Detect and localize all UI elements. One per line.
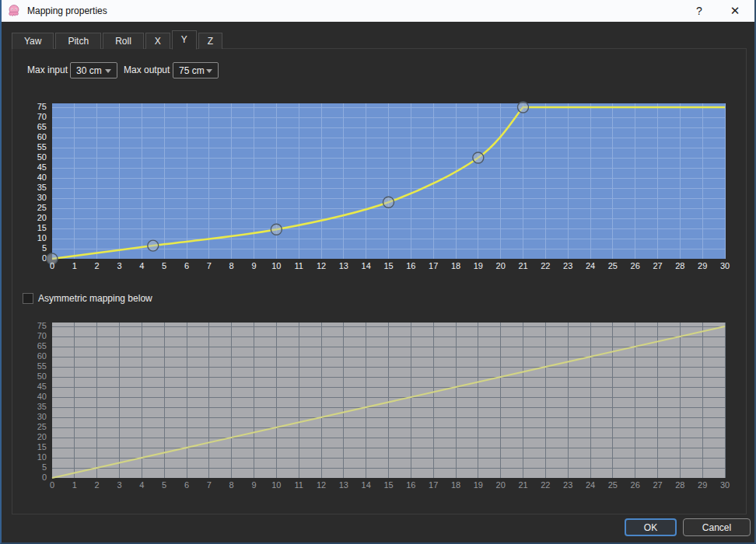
opentrack-octopus-icon bbox=[7, 4, 21, 18]
x-tick-label: 25 bbox=[602, 480, 624, 490]
mapping-plot[interactable] bbox=[52, 103, 725, 259]
x-tick-label: 25 bbox=[602, 261, 624, 271]
y-tick-label: 70 bbox=[37, 112, 47, 122]
x-tick-label: 11 bbox=[288, 261, 310, 271]
x-tick-label: 29 bbox=[691, 480, 713, 490]
y-tick-label: 60 bbox=[37, 132, 47, 142]
close-icon[interactable]: ✕ bbox=[722, 0, 748, 22]
chart-bottom-y-axis: 051015202530354045505560657075 bbox=[23, 323, 50, 483]
ok-button[interactable]: OK bbox=[625, 518, 677, 536]
x-tick-label: 15 bbox=[378, 480, 400, 490]
x-tick-label: 1 bbox=[64, 480, 86, 490]
control-point[interactable] bbox=[473, 152, 484, 163]
x-tick-label: 7 bbox=[198, 261, 220, 271]
x-tick-label: 19 bbox=[467, 261, 489, 271]
y-tick-label: 50 bbox=[37, 152, 47, 162]
y-tick-label: 65 bbox=[37, 122, 47, 132]
x-tick-label: 10 bbox=[265, 261, 287, 271]
y-tick-label: 75 bbox=[37, 321, 47, 331]
x-tick-label: 21 bbox=[513, 261, 534, 271]
asymmetric-mapping-label: Asymmetric mapping below bbox=[38, 293, 152, 304]
chevron-down-icon bbox=[206, 69, 212, 73]
tab-x[interactable]: X bbox=[145, 33, 170, 49]
mapping-chart-top[interactable] bbox=[52, 103, 725, 259]
control-point[interactable] bbox=[148, 240, 159, 251]
x-tick-label: 14 bbox=[355, 261, 377, 271]
x-tick-label: 4 bbox=[131, 480, 152, 490]
cancel-button[interactable]: Cancel bbox=[683, 518, 751, 536]
titlebar: Mapping properties ? ✕ bbox=[2, 0, 754, 22]
asymmetric-mapping-checkbox[interactable] bbox=[23, 293, 33, 304]
x-tick-label: 20 bbox=[490, 480, 512, 490]
x-tick-label: 29 bbox=[691, 261, 713, 271]
x-tick-label: 22 bbox=[534, 261, 556, 271]
control-point[interactable] bbox=[383, 197, 394, 207]
x-tick-label: 9 bbox=[243, 261, 265, 271]
tab-yaw[interactable]: Yaw bbox=[12, 33, 54, 49]
x-tick-label: 2 bbox=[86, 480, 108, 490]
y-tick-label: 25 bbox=[37, 203, 47, 213]
tab-pitch[interactable]: Pitch bbox=[55, 33, 101, 49]
max-output-label: Max output bbox=[124, 62, 170, 78]
control-point[interactable] bbox=[271, 224, 282, 235]
x-tick-label: 17 bbox=[422, 480, 444, 490]
x-tick-label: 9 bbox=[243, 480, 265, 490]
y-tick-label: 45 bbox=[37, 162, 47, 173]
x-tick-label: 26 bbox=[625, 480, 646, 490]
y-tick-label: 5 bbox=[42, 243, 47, 253]
chart-bottom-x-axis: 0123456789101112131415161718192021222324… bbox=[52, 480, 737, 491]
x-tick-label: 18 bbox=[445, 480, 467, 490]
tab-z[interactable]: Z bbox=[198, 33, 222, 49]
x-tick-label: 1 bbox=[64, 261, 86, 271]
y-tick-label: 10 bbox=[37, 452, 47, 462]
y-tick-label: 25 bbox=[37, 422, 47, 432]
x-tick-label: 2 bbox=[86, 261, 108, 271]
y-tick-label: 70 bbox=[37, 331, 47, 341]
x-tick-label: 12 bbox=[310, 480, 332, 490]
x-tick-label: 16 bbox=[400, 261, 422, 271]
max-output-select[interactable]: 75 cm bbox=[173, 62, 219, 78]
y-tick-label: 20 bbox=[37, 213, 47, 223]
max-input-label: Max input bbox=[27, 62, 68, 78]
x-tick-label: 24 bbox=[579, 480, 601, 490]
tab-y[interactable]: Y bbox=[172, 30, 197, 50]
x-tick-label: 28 bbox=[669, 480, 691, 490]
x-tick-label: 8 bbox=[221, 480, 243, 490]
x-tick-label: 14 bbox=[355, 480, 377, 490]
y-tick-label: 15 bbox=[37, 442, 47, 452]
x-tick-label: 17 bbox=[422, 261, 444, 271]
help-button[interactable]: ? bbox=[686, 0, 712, 22]
x-tick-label: 5 bbox=[153, 480, 175, 490]
y-tick-label: 5 bbox=[42, 462, 47, 473]
chart-top-y-axis: 051015202530354045505560657075 bbox=[23, 103, 50, 263]
max-output-value: 75 cm bbox=[179, 65, 205, 76]
max-input-value: 30 cm bbox=[76, 65, 102, 76]
y-tick-label: 55 bbox=[37, 361, 47, 371]
y-tick-label: 40 bbox=[37, 392, 47, 402]
axis-tab-bar: YawPitchRollXYZ bbox=[12, 30, 222, 49]
x-tick-label: 28 bbox=[669, 261, 691, 271]
x-tick-label: 15 bbox=[378, 261, 400, 271]
mapping-plot-disabled bbox=[52, 323, 725, 478]
x-tick-label: 23 bbox=[557, 480, 579, 490]
x-tick-label: 11 bbox=[288, 480, 310, 490]
max-input-select[interactable]: 30 cm bbox=[70, 62, 117, 78]
x-tick-label: 7 bbox=[198, 480, 220, 490]
y-tick-label: 35 bbox=[37, 402, 47, 412]
y-tick-label: 15 bbox=[37, 223, 47, 233]
x-tick-label: 13 bbox=[333, 261, 355, 271]
x-tick-label: 16 bbox=[400, 480, 422, 490]
y-tick-label: 65 bbox=[37, 341, 47, 351]
x-tick-label: 12 bbox=[310, 261, 332, 271]
x-tick-label: 20 bbox=[490, 261, 512, 271]
x-tick-label: 30 bbox=[714, 261, 736, 271]
x-tick-label: 6 bbox=[176, 261, 198, 271]
y-tick-label: 55 bbox=[37, 142, 47, 152]
control-point[interactable] bbox=[518, 102, 529, 113]
x-tick-label: 13 bbox=[333, 480, 355, 490]
y-tick-label: 10 bbox=[37, 233, 47, 243]
y-tick-label: 45 bbox=[37, 382, 47, 392]
mapping-chart-bottom bbox=[52, 323, 725, 478]
tab-roll[interactable]: Roll bbox=[103, 33, 144, 49]
x-tick-label: 19 bbox=[467, 480, 489, 490]
